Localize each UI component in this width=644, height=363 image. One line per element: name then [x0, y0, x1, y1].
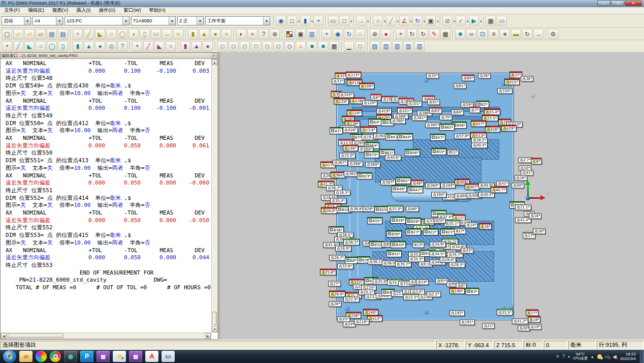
feature-label[interactable]: 点367* [333, 160, 348, 166]
help-icon[interactable]: ? [259, 29, 269, 39]
combo-startup-dropdown-icon[interactable]: ▼ [24, 17, 30, 25]
feature-label[interactable]: 点60* [462, 75, 474, 81]
feature-label[interactable]: 点38.3* [343, 239, 360, 246]
feature-label[interactable]: B55* [431, 148, 446, 155]
feature-label[interactable]: B35* [367, 217, 382, 224]
combo-workplane[interactable]: 工作平面▼ [205, 16, 270, 25]
delete-program-icon[interactable]: ▱ [36, 29, 46, 39]
menu-view[interactable]: 视图(V) [48, 7, 73, 14]
move-rotate-icon[interactable]: ↻ [412, 16, 423, 26]
marked-set-dropdown-icon[interactable]: ▾ [367, 19, 369, 23]
execute-icon[interactable]: ▶ [469, 16, 479, 26]
gear-icon[interactable]: ⚙ [548, 29, 558, 39]
measured-cone-icon[interactable]: ▲ [199, 29, 209, 39]
color-quad-icon[interactable] [284, 29, 295, 39]
feature-label[interactable]: 点34.9* [430, 242, 446, 248]
confirm-icon[interactable]: ✓ [456, 16, 466, 26]
feature-label[interactable]: 点381* [412, 115, 427, 121]
feature-label[interactable]: A1* [330, 127, 343, 134]
constructed-sphere-icon[interactable]: ● [95, 41, 105, 51]
feature-label[interactable]: B23* [357, 172, 372, 179]
nav-arrow-icon[interactable]: → [533, 29, 543, 39]
feature-label[interactable]: B47* [430, 134, 445, 141]
measured-cylinder-icon[interactable]: ▮ [188, 29, 198, 39]
probe-drop-icon[interactable]: ↓ [296, 41, 306, 51]
constructed-plane-icon[interactable]: ◣ [24, 41, 35, 51]
shaded-cube-2-icon[interactable]: ■ [318, 41, 328, 51]
feature-label[interactable]: B47* [408, 186, 423, 193]
rotate-3d-icon[interactable]: ↻ [418, 29, 428, 39]
save-as-icon[interactable]: ▤ [58, 29, 68, 39]
auto-point-icon[interactable]: • [132, 41, 142, 51]
view-cube-left-icon[interactable]: □ [240, 41, 250, 51]
capture-icon[interactable]: ⊡ [477, 29, 488, 39]
highlight-icon[interactable]: ▬ [511, 29, 521, 39]
feature-label[interactable]: 点17* [526, 310, 538, 316]
feature-label[interactable]: 点35.1* [444, 220, 460, 227]
measured-ellipse-icon[interactable]: ◯ [117, 29, 127, 39]
feature-label[interactable]: 点64* [451, 110, 464, 115]
feature-label[interactable]: B28* [363, 206, 374, 212]
taskbar-app-pcdmis[interactable]: P [80, 351, 93, 362]
feature-label[interactable]: B27* [406, 228, 421, 235]
feature-label[interactable]: 点31* [332, 79, 344, 84]
feature-label[interactable]: 点40.7* [491, 187, 507, 193]
feature-label[interactable]: 点26.7* [329, 255, 345, 261]
feature-label[interactable]: 点34.5* [430, 251, 446, 257]
feature-label[interactable]: 点415* [504, 79, 520, 85]
feature-label[interactable]: 点14* [416, 280, 429, 285]
taskbar-app-frame[interactable]: ▭ [162, 351, 175, 362]
feature-label[interactable]: 点83* [429, 107, 442, 114]
show-desktop-button[interactable] [640, 350, 644, 363]
open-icon[interactable]: ▱ [24, 29, 35, 39]
feature-label[interactable]: 点387* [380, 180, 396, 186]
taskbar-app-comm[interactable] [113, 351, 126, 362]
menu-help[interactable]: 帮助(H) [145, 7, 169, 14]
feature-label[interactable]: B20* [434, 218, 445, 224]
taskbar-app-pdf[interactable]: A [145, 351, 158, 362]
combo-axis-dropdown-icon[interactable]: ▼ [197, 17, 203, 25]
pattern-icon[interactable]: ▣ [426, 16, 436, 26]
feature-label[interactable]: 点33.5* [497, 309, 513, 316]
rotate-2d-icon[interactable]: ↻ [407, 29, 417, 39]
probe-icon[interactable]: ▮ [300, 16, 310, 26]
taskbar-app-explorer[interactable]: ▱ [19, 351, 33, 362]
feature-label[interactable]: 点41.2* [512, 319, 528, 324]
scroll-left-icon[interactable]: ◀ [1, 333, 7, 339]
feature-label[interactable]: 点33.8* [337, 264, 353, 269]
feature-label[interactable]: 点216* [354, 319, 369, 325]
feature-label[interactable]: 点16* [479, 223, 492, 230]
measured-square-slot-icon[interactable]: ▭ [151, 29, 161, 39]
translate-icon[interactable]: + [313, 16, 324, 26]
layers-icon[interactable]: ≡ [489, 29, 499, 39]
open-program-icon[interactable]: ▱ [13, 29, 23, 39]
tray-expand-icon[interactable]: ▴ [568, 354, 570, 358]
feature-label[interactable]: 点91* [427, 100, 440, 105]
combo-axis[interactable]: Z 正▼ [177, 16, 204, 25]
edit-window-close-icon[interactable]: ✕ [212, 53, 217, 58]
feature-label[interactable]: B62* [396, 177, 411, 184]
feature-label[interactable]: 点26.9* [335, 246, 351, 252]
max-window-icon[interactable]: □ [355, 41, 365, 51]
program-text-area[interactable]: AXNOMINAL+TOL-TOLMEASDEV逼近矢量方向偏差0.0000.1… [1, 59, 211, 332]
auto-angle-dropdown-icon[interactable]: ▾ [410, 19, 412, 23]
taskbar-app-caxa2[interactable]: ▨ [129, 351, 142, 362]
feature-label[interactable]: 点8* [371, 94, 381, 101]
execute-dropdown-icon[interactable]: ▾ [480, 19, 481, 23]
feature-label[interactable]: 点27* [328, 281, 341, 287]
auto-angle-icon[interactable]: ∠ [399, 16, 409, 26]
feature-label[interactable]: 点16* [533, 229, 545, 234]
comment-icon[interactable]: ▭ [328, 16, 338, 26]
feature-label[interactable]: B8* [345, 257, 358, 264]
web-icon[interactable]: ⊕ [270, 29, 280, 39]
scroll-up-icon[interactable]: ▲ [212, 59, 217, 65]
feature-label[interactable]: 点429* [501, 125, 517, 132]
maximize-button[interactable]: ❐ [611, 1, 624, 6]
feature-label[interactable]: 点35.7* [395, 262, 411, 267]
auto-line-dropdown-icon[interactable]: ▾ [397, 19, 399, 23]
feature-label[interactable]: B44* [398, 133, 413, 140]
feature-label[interactable]: 点192* [449, 311, 465, 316]
pattern-dropdown-icon[interactable]: ▾ [437, 19, 438, 23]
link-icon[interactable]: ∞ [466, 29, 476, 39]
measured-point-icon[interactable]: • [73, 29, 83, 39]
